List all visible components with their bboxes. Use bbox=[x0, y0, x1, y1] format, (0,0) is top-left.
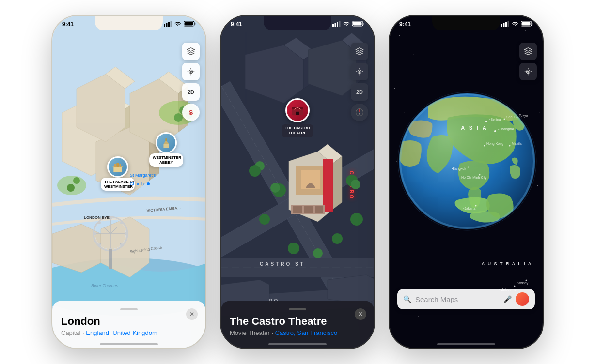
svg-point-91 bbox=[288, 243, 299, 254]
svg-rect-60 bbox=[339, 21, 341, 27]
svg-rect-79 bbox=[323, 159, 333, 212]
location-icon bbox=[187, 67, 195, 76]
svg-point-148 bbox=[484, 145, 485, 147]
card-close-castro[interactable]: ✕ bbox=[355, 308, 366, 320]
svg-rect-51 bbox=[116, 163, 119, 167]
svg-rect-83 bbox=[304, 206, 313, 213]
church-label2: Church bbox=[130, 182, 144, 186]
svg-point-93 bbox=[332, 233, 343, 244]
card-title-london: London bbox=[61, 315, 197, 328]
time-castro: 9:41 bbox=[231, 21, 242, 28]
location-btn-castro[interactable] bbox=[351, 63, 368, 80]
2d-btn-castro[interactable]: 2D bbox=[351, 83, 368, 101]
castro-theatre-marker[interactable]: THE CASTROTHEATRE bbox=[282, 98, 313, 137]
church-label: St Margaret's bbox=[130, 173, 156, 178]
2d-btn-london[interactable]: 2D bbox=[182, 83, 200, 101]
compass-icon-castro: N bbox=[355, 108, 364, 117]
svg-rect-5 bbox=[195, 23, 196, 25]
location-btn-globe[interactable] bbox=[519, 63, 537, 80]
svg-point-130 bbox=[418, 316, 419, 317]
svg-point-160 bbox=[514, 286, 516, 287]
london-map-content: VICTORIA EMBA... bbox=[52, 16, 205, 348]
svg-point-124 bbox=[394, 88, 395, 89]
svg-text:•Shanghai: •Shanghai bbox=[498, 127, 514, 131]
svg-rect-0 bbox=[164, 24, 165, 27]
pin-abbey[interactable]: WESTMINSTERABBEY bbox=[149, 132, 183, 167]
svg-point-89 bbox=[259, 214, 270, 225]
svg-rect-53 bbox=[119, 164, 121, 167]
svg-point-36 bbox=[120, 243, 123, 246]
svg-rect-1 bbox=[166, 23, 168, 27]
abbey-icon bbox=[160, 137, 172, 149]
card-subtitle-prefix: Capital · bbox=[61, 329, 86, 336]
compass-btn-london[interactable]: S bbox=[182, 104, 200, 121]
svg-rect-84 bbox=[315, 206, 323, 213]
svg-point-92 bbox=[313, 248, 323, 258]
svg-text:N: N bbox=[359, 109, 360, 111]
user-avatar-globe[interactable] bbox=[516, 292, 529, 306]
svg-rect-118 bbox=[522, 22, 531, 26]
card-subtitle-link-castro[interactable]: Castro, San Francisco bbox=[275, 329, 338, 336]
svg-point-38 bbox=[98, 243, 101, 246]
svg-text:Sydney: Sydney bbox=[517, 281, 529, 285]
compass-btn-castro[interactable]: N bbox=[351, 104, 368, 121]
svg-rect-49 bbox=[113, 167, 122, 172]
svg-text:Ho Chi Minh City: Ho Chi Minh City bbox=[461, 176, 487, 180]
battery-icon-castro bbox=[352, 21, 364, 27]
svg-point-35 bbox=[120, 221, 123, 224]
svg-point-44 bbox=[174, 113, 183, 122]
card-close-london[interactable]: ✕ bbox=[186, 308, 198, 320]
map-type-btn-london[interactable] bbox=[182, 43, 200, 60]
svg-text:A S I A: A S I A bbox=[461, 125, 488, 131]
svg-rect-114 bbox=[505, 22, 507, 27]
svg-point-95 bbox=[249, 165, 261, 177]
svg-rect-62 bbox=[363, 23, 364, 25]
location-icon-castro bbox=[355, 67, 364, 76]
svg-point-129 bbox=[537, 185, 538, 186]
location-icon-globe bbox=[524, 67, 532, 76]
status-icons-castro bbox=[332, 21, 364, 27]
svg-text:Hong Kong: Hong Kong bbox=[486, 142, 503, 146]
svg-point-146 bbox=[494, 130, 496, 132]
location-btn-london[interactable] bbox=[182, 63, 200, 80]
globe-map-content: A S I A A U S T R A L I A •Beijing Seoul… bbox=[390, 16, 543, 348]
map-layers-icon bbox=[187, 47, 195, 56]
svg-point-48 bbox=[190, 71, 192, 73]
map-type-btn-globe[interactable] bbox=[519, 43, 537, 60]
svg-rect-112 bbox=[501, 24, 502, 27]
svg-rect-39 bbox=[109, 249, 112, 269]
status-icons-globe bbox=[501, 21, 533, 27]
svg-rect-59 bbox=[337, 22, 338, 27]
map-type-btn-castro[interactable] bbox=[351, 43, 368, 60]
map-controls-london[interactable]: 2D S bbox=[182, 43, 200, 121]
card-title-castro: The Castro Theatre bbox=[230, 315, 365, 328]
svg-point-46 bbox=[67, 184, 75, 192]
map-controls-castro[interactable]: 2D N bbox=[351, 43, 368, 121]
search-placeholder-globe: Search Maps bbox=[415, 295, 500, 303]
microphone-icon-globe[interactable]: 🎤 bbox=[503, 295, 512, 303]
svg-rect-63 bbox=[353, 22, 362, 26]
svg-rect-52 bbox=[114, 164, 116, 167]
map-layers-icon-globe bbox=[524, 47, 532, 56]
card-subtitle-link[interactable]: England, United Kingdom bbox=[86, 329, 157, 336]
bottom-card-castro: The Castro Theatre Movie Theater · Castr… bbox=[221, 301, 374, 348]
svg-point-127 bbox=[404, 113, 405, 113]
wifi-icon-castro bbox=[343, 21, 350, 27]
church-dot bbox=[147, 182, 150, 185]
svg-text:A U S T R A L I A: A U S T R A L I A bbox=[482, 261, 532, 266]
card-subtitle-london: Capital · England, United Kingdom bbox=[61, 329, 197, 336]
svg-text:•Jakarta: •Jakarta bbox=[463, 207, 476, 210]
eye-label-container: LONDON EYE bbox=[84, 212, 110, 221]
svg-text:Tokyo: Tokyo bbox=[519, 114, 528, 118]
wifi-icon bbox=[174, 21, 182, 27]
svg-point-90 bbox=[350, 213, 363, 226]
map-controls-globe[interactable] bbox=[519, 43, 537, 80]
castro-pin-label: THE CASTROTHEATRE bbox=[282, 124, 313, 137]
svg-point-32 bbox=[125, 232, 127, 235]
pin-label-abbey: WESTMINSTERABBEY bbox=[149, 153, 183, 167]
compass-dot bbox=[190, 112, 192, 114]
svg-rect-54 bbox=[163, 144, 169, 148]
castro-map-content: CASTRO CASTRO ST bbox=[221, 16, 374, 348]
svg-rect-6 bbox=[185, 22, 193, 26]
search-bar-globe[interactable]: 🔍 Search Maps 🎤 bbox=[397, 289, 535, 309]
